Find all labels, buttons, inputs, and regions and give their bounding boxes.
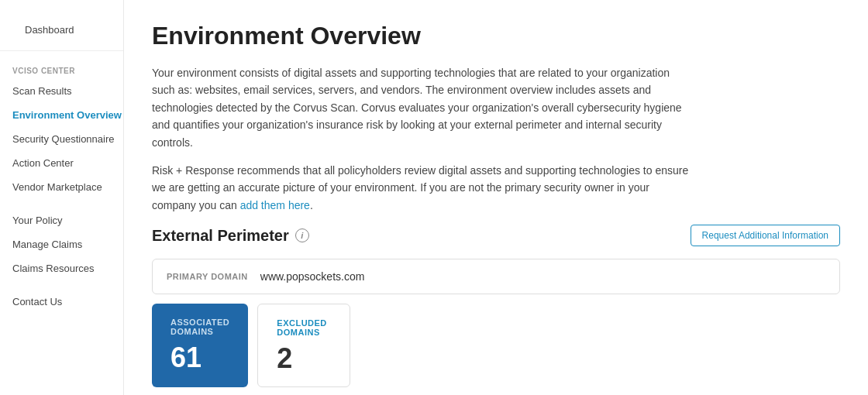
sidebar-item-your-policy[interactable]: Your Policy [0, 209, 123, 232]
external-perimeter-label: External Perimeter [152, 227, 289, 245]
description-1: Your environment consists of digital ass… [152, 64, 694, 151]
primary-domain-card: PRIMARY DOMAIN www.popsockets.com [152, 259, 840, 294]
sidebar-top: Dashboard [0, 12, 123, 51]
excluded-domains-number: 2 [277, 345, 331, 373]
primary-domain-value: www.popsockets.com [260, 270, 365, 283]
info-icon[interactable]: i [295, 228, 309, 242]
add-them-here-link[interactable]: add them here [240, 199, 310, 211]
external-perimeter-header: External Perimeter i Request Additional … [152, 225, 840, 246]
description-2-text: Risk + Response recommends that all poli… [152, 164, 688, 211]
excluded-domains-card: EXCLUDED DOMAINS 2 [257, 304, 350, 387]
main-content: Environment Overview Your environment co… [124, 0, 868, 395]
section-title: External Perimeter i [152, 227, 309, 245]
description-2-end: . [310, 199, 313, 211]
associated-domains-number: 61 [170, 344, 229, 372]
associated-domains-card: ASSOCIATED DOMAINS 61 [152, 304, 248, 387]
associated-domains-label: ASSOCIATED DOMAINS [170, 318, 229, 336]
sidebar-item-contact-us[interactable]: Contact Us [0, 290, 123, 313]
excluded-domains-label: EXCLUDED DOMAINS [277, 318, 331, 337]
sidebar-item-manage-claims[interactable]: Manage Claims [0, 233, 123, 256]
sidebar-item-security-questionnaire[interactable]: Security Questionnaire [0, 128, 123, 150]
sidebar-item-action-center[interactable]: Action Center [0, 152, 123, 174]
primary-domain-label: PRIMARY DOMAIN [167, 272, 248, 281]
sidebar-item-dashboard[interactable]: Dashboard [12, 19, 111, 41]
request-additional-info-button[interactable]: Request Additional Information [691, 225, 840, 246]
sidebar-item-claims-resources[interactable]: Claims Resources [0, 257, 123, 280]
sidebar-item-scan-results[interactable]: Scan Results [0, 80, 123, 102]
description-2: Risk + Response recommends that all poli… [152, 162, 694, 214]
sidebar-vciso-label: vCISO CENTER [0, 59, 123, 78]
sidebar-item-vendor-marketplace[interactable]: Vendor Marketplace [0, 176, 123, 198]
sidebar: Dashboard vCISO CENTER Scan Results Envi… [0, 0, 124, 395]
page-title: Environment Overview [152, 22, 840, 50]
sidebar-item-environment-overview[interactable]: Environment Overview [0, 104, 123, 126]
stats-row: ASSOCIATED DOMAINS 61 EXCLUDED DOMAINS 2 [152, 304, 840, 387]
